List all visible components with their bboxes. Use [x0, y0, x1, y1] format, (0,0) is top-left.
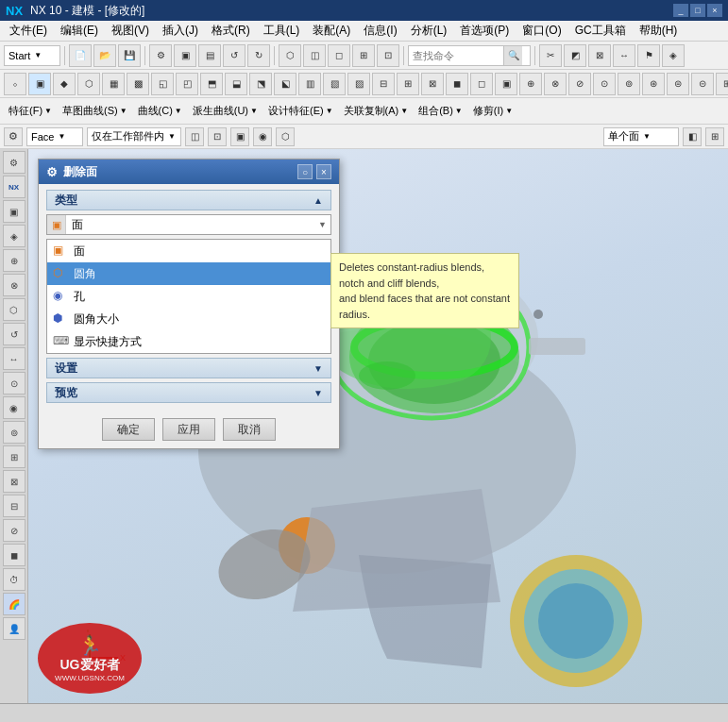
- sidebar-btn-20[interactable]: 👤: [3, 617, 25, 640]
- tb-btn-13[interactable]: ⊠: [588, 44, 611, 67]
- tb2-btn-3[interactable]: ◆: [53, 73, 76, 95]
- tb2-btn-20[interactable]: ◻: [470, 73, 493, 95]
- tb2-btn-28[interactable]: ⊜: [667, 73, 689, 95]
- tb2-btn-13[interactable]: ▥: [298, 73, 321, 95]
- tb2-btn-6[interactable]: ▩: [127, 73, 149, 95]
- menu-analysis[interactable]: 分析(L): [405, 21, 453, 41]
- save-button[interactable]: 💾: [118, 44, 141, 67]
- tb2-btn-9[interactable]: ⬒: [200, 73, 223, 95]
- menu-tools[interactable]: 工具(L): [258, 21, 306, 41]
- dialog-restore-button[interactable]: ○: [297, 164, 313, 179]
- list-item-fillet[interactable]: 圆角: [47, 262, 330, 285]
- tb2-btn-27[interactable]: ⊛: [642, 73, 665, 95]
- sidebar-btn-9[interactable]: ↔: [3, 347, 25, 370]
- sidebar-btn-4[interactable]: ◈: [3, 225, 25, 247]
- tb2-btn-4[interactable]: ⬡: [77, 73, 100, 95]
- sel-settings-btn[interactable]: ⚙: [4, 127, 23, 146]
- tb-btn-2[interactable]: ▣: [174, 44, 196, 67]
- close-button[interactable]: ×: [707, 4, 722, 17]
- type-section-header[interactable]: 类型 ▲: [46, 190, 331, 210]
- settings-section-header[interactable]: 设置 ▼: [46, 358, 331, 378]
- tb-btn-8[interactable]: ◻: [328, 44, 350, 67]
- tb2-btn-17[interactable]: ⊞: [397, 73, 419, 95]
- sel-btn-1[interactable]: ◫: [185, 127, 204, 146]
- tb2-btn-21[interactable]: ▣: [495, 73, 517, 95]
- ok-button[interactable]: 确定: [102, 418, 155, 441]
- tb2-btn-15[interactable]: ▨: [347, 73, 370, 95]
- tb-btn-5[interactable]: ↻: [247, 44, 270, 67]
- tb2-btn-5[interactable]: ▦: [102, 73, 125, 95]
- menu-insert[interactable]: 插入(J): [157, 21, 204, 41]
- trim-menu-btn[interactable]: 修剪(I) ▼: [468, 101, 517, 121]
- design-feature-menu-btn[interactable]: 设计特征(E) ▼: [263, 101, 338, 121]
- sel-btn-3[interactable]: ▣: [230, 127, 249, 146]
- face-type-dropdown[interactable]: 单个面 ▼: [603, 127, 679, 146]
- search-button[interactable]: 🔍: [503, 46, 522, 65]
- tb2-btn-12[interactable]: ⬕: [274, 73, 296, 95]
- sidebar-btn-12[interactable]: ⊚: [3, 421, 25, 444]
- tb-btn-3[interactable]: ▤: [198, 44, 221, 67]
- menu-window[interactable]: 窗口(O): [516, 21, 567, 41]
- apply-button[interactable]: 应用: [162, 418, 215, 441]
- tb2-btn-25[interactable]: ⊙: [593, 73, 616, 95]
- scope-filter-dropdown[interactable]: 仅在工作部件内 ▼: [87, 127, 181, 146]
- open-button[interactable]: 📂: [93, 44, 116, 67]
- sidebar-btn-16[interactable]: ⊘: [3, 519, 25, 542]
- tb2-btn-14[interactable]: ▧: [323, 73, 346, 95]
- derived-curve-menu-btn[interactable]: 派生曲线(U) ▼: [188, 101, 262, 121]
- menu-view[interactable]: 视图(V): [106, 21, 155, 41]
- sidebar-btn-19[interactable]: 🌈: [3, 593, 25, 615]
- tb-btn-10[interactable]: ⊡: [377, 44, 399, 67]
- sel-btn-4[interactable]: ◉: [253, 127, 272, 146]
- sidebar-btn-2[interactable]: NX: [3, 176, 25, 198]
- start-dropdown[interactable]: Start ▼: [4, 45, 60, 66]
- viewport[interactable]: 删除面 ○ × 类型 ▲ ▣ 面 ▼: [28, 149, 728, 722]
- menu-file[interactable]: 文件(E): [4, 21, 53, 41]
- sidebar-btn-18[interactable]: ⏱: [3, 568, 25, 591]
- menu-assembly[interactable]: 装配(A): [307, 21, 356, 41]
- tb-btn-1[interactable]: ⚙: [149, 44, 172, 67]
- tb2-btn-10[interactable]: ⬓: [225, 73, 247, 95]
- sidebar-btn-10[interactable]: ⊙: [3, 372, 25, 395]
- tb2-btn-8[interactable]: ◰: [176, 73, 198, 95]
- tb-btn-14[interactable]: ↔: [613, 44, 635, 67]
- sel-btn-6[interactable]: ◧: [683, 127, 702, 146]
- combine-menu-btn[interactable]: 组合(B) ▼: [414, 101, 467, 121]
- preview-section-header[interactable]: 预览 ▼: [46, 382, 331, 403]
- sidebar-btn-3[interactable]: ▣: [3, 200, 25, 223]
- tb2-btn-18[interactable]: ⊠: [421, 73, 444, 95]
- menu-edit[interactable]: 编辑(E): [55, 21, 104, 41]
- tb-btn-15[interactable]: ⚑: [637, 44, 660, 67]
- tb-btn-9[interactable]: ⊞: [352, 44, 375, 67]
- sidebar-btn-14[interactable]: ⊠: [3, 470, 25, 493]
- cancel-button[interactable]: 取消: [223, 418, 276, 441]
- type-dropdown[interactable]: ▣ 面 ▼: [46, 214, 331, 235]
- maximize-button[interactable]: □: [690, 4, 705, 17]
- list-item-shortcut[interactable]: 显示快捷方式: [47, 330, 330, 353]
- tb2-btn-23[interactable]: ⊗: [544, 73, 567, 95]
- tb2-btn-2[interactable]: ▣: [28, 73, 51, 95]
- face-filter-dropdown[interactable]: Face ▼: [26, 127, 83, 146]
- sidebar-btn-1[interactable]: ⚙: [3, 151, 25, 174]
- tb2-btn-30[interactable]: ⊞: [716, 73, 728, 95]
- sidebar-btn-11[interactable]: ◉: [3, 396, 25, 419]
- tb2-btn-7[interactable]: ◱: [151, 73, 174, 95]
- tb-btn-4[interactable]: ↺: [223, 44, 245, 67]
- sel-btn-7[interactable]: ⊞: [705, 127, 724, 146]
- menu-gc[interactable]: GC工具箱: [569, 21, 632, 41]
- tb-btn-6[interactable]: ⬡: [279, 44, 301, 67]
- sidebar-btn-13[interactable]: ⊞: [3, 445, 25, 468]
- tb2-btn-24[interactable]: ⊘: [568, 73, 591, 95]
- curve-menu-btn[interactable]: 曲线(C) ▼: [133, 101, 187, 121]
- sel-btn-2[interactable]: ⊡: [208, 127, 227, 146]
- list-item-fillet-size[interactable]: 圆角大小: [47, 308, 330, 330]
- feature-menu-btn[interactable]: 特征(F) ▼: [4, 101, 57, 121]
- tb2-btn-16[interactable]: ⊟: [372, 73, 395, 95]
- tb-btn-12[interactable]: ◩: [564, 44, 586, 67]
- list-item-hole[interactable]: 孔: [47, 285, 330, 308]
- tb2-btn-22[interactable]: ⊕: [519, 73, 542, 95]
- menu-help[interactable]: 帮助(H): [634, 21, 684, 41]
- list-item-face[interactable]: 面: [47, 240, 330, 262]
- sel-btn-5[interactable]: ⬡: [276, 127, 295, 146]
- tb2-btn-1[interactable]: ⬦: [4, 73, 26, 95]
